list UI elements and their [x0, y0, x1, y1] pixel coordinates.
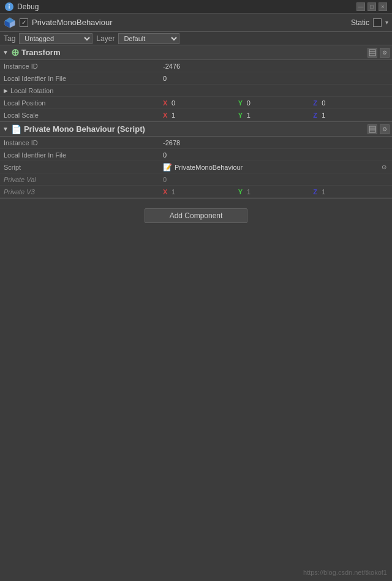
script-value-container: 📝 PrivateMonoBehaviour ⊙: [163, 163, 388, 172]
local-scale-z-value: 1: [322, 112, 325, 119]
private-v3-row: Private V3 X 1 Y 1 Z 1: [0, 186, 392, 198]
transform-collapse-arrow[interactable]: ▼: [2, 49, 9, 56]
add-component-area: Add Component: [0, 199, 392, 233]
private-v3-y-value: 1: [247, 188, 251, 196]
local-position-y-value: 0: [247, 99, 251, 107]
transform-instance-id-row: Instance ID -2476: [0, 60, 392, 72]
watermark: https://blog.csdn.net/tkokof1: [303, 569, 387, 576]
unity-cube-icon: [4, 17, 16, 29]
private-v3-fields: X 1 Y 1 Z 1: [163, 188, 388, 196]
layer-label: Layer: [96, 34, 115, 43]
script-settings-button[interactable]: ⚙: [380, 124, 390, 134]
object-name: PrivateMonoBehaviour: [32, 18, 347, 27]
script-collapse-arrow[interactable]: ▼: [2, 126, 9, 132]
script-component: ▼ 📄 Private Mono Behaviour (Script) ⚙ In…: [0, 122, 392, 199]
script-ref-button[interactable]: [368, 124, 377, 134]
script-instance-id-row: Instance ID -2678: [0, 137, 392, 149]
add-component-button[interactable]: Add Component: [145, 208, 248, 223]
local-scale-row: Local Scale X 1 Y 1 Z 1: [0, 109, 392, 121]
script-field-settings-button[interactable]: ⊙: [380, 163, 388, 172]
local-rotation-label: Local Rotation: [10, 87, 53, 94]
tag-label: Tag: [4, 34, 15, 43]
transform-settings-button[interactable]: ⚙: [380, 48, 390, 58]
transform-title: Transform: [21, 48, 365, 57]
script-instance-id-value: -2678: [163, 139, 388, 146]
private-v3-x-value: 1: [172, 188, 175, 196]
local-rotation-arrow: ▶: [4, 88, 8, 94]
private-val-value: 0: [163, 176, 388, 183]
static-checkbox[interactable]: [373, 18, 382, 27]
local-position-row: Local Position X 0 Y 0 Z 0: [0, 97, 392, 109]
script-name-value: PrivateMonoBehaviour: [175, 164, 377, 171]
transform-instance-id-value: -2476: [163, 63, 388, 70]
transform-ref-button[interactable]: [368, 48, 377, 58]
script-field-row: Script 📝 PrivateMonoBehaviour ⊙: [0, 161, 392, 173]
transform-local-identfier-value: 0: [163, 75, 388, 82]
tag-layer-bar: Tag Untagged Layer Default: [0, 32, 392, 45]
transform-local-identfier-row: Local Identfier In File 0: [0, 72, 392, 85]
local-position-label: Local Position: [4, 99, 163, 107]
title-bar-controls[interactable]: — □ ×: [356, 2, 387, 11]
local-scale-x-value: 1: [172, 112, 175, 119]
object-header: ✓ PrivateMonoBehaviour Static ▾: [0, 13, 392, 32]
y-axis-label: Y: [238, 99, 247, 107]
script-header: ▼ 📄 Private Mono Behaviour (Script) ⚙: [0, 122, 392, 137]
transform-local-identfier-label: Local Identfier In File: [4, 75, 163, 82]
tag-dropdown[interactable]: Untagged: [19, 33, 92, 44]
transform-instance-id-label: Instance ID: [4, 63, 163, 70]
private-val-label: Private Val: [4, 176, 163, 183]
script-component-icon: 📄: [11, 124, 21, 134]
layer-dropdown[interactable]: Default: [118, 33, 179, 44]
private-v3-y-field: Y 1: [238, 188, 314, 196]
private-val-row: Private Val 0: [0, 173, 392, 186]
scale-y-axis-label: Y: [238, 112, 247, 119]
private-v3-x-field: X 1: [163, 188, 238, 196]
transform-header: ▼ ⊕ Transform ⚙: [0, 45, 392, 60]
title-bar: i Debug — □ ×: [0, 0, 392, 13]
object-active-checkbox[interactable]: ✓: [20, 18, 28, 27]
maximize-button[interactable]: □: [368, 2, 376, 11]
private-v3-z-field: Z 1: [313, 188, 388, 196]
local-position-x-field: X 0: [163, 99, 238, 107]
local-position-z-value: 0: [322, 99, 325, 107]
local-position-z-field: Z 0: [313, 99, 388, 107]
pv3-x-axis-label: X: [163, 188, 172, 196]
script-title: Private Mono Behaviour (Script): [24, 124, 365, 134]
svg-rect-7: [369, 126, 375, 132]
local-scale-z-field: Z 1: [313, 112, 388, 119]
minimize-button[interactable]: —: [356, 2, 365, 11]
script-instance-id-label: Instance ID: [4, 139, 163, 146]
z-axis-label: Z: [313, 99, 322, 107]
local-rotation-row[interactable]: ▶ Local Rotation: [0, 85, 392, 97]
x-axis-label: X: [163, 99, 172, 107]
local-scale-label: Local Scale: [4, 112, 163, 119]
transform-component: ▼ ⊕ Transform ⚙ Instance ID -2476 Local …: [0, 45, 392, 122]
transform-icon: ⊕: [11, 47, 19, 58]
script-local-identfier-value: 0: [163, 151, 388, 159]
pv3-y-axis-label: Y: [238, 188, 247, 196]
script-local-identfier-label: Local Identfier In File: [4, 151, 163, 159]
local-position-fields: X 0 Y 0 Z 0: [163, 99, 388, 107]
private-v3-label: Private V3: [4, 188, 163, 196]
local-scale-x-field: X 1: [163, 112, 238, 119]
close-button[interactable]: ×: [379, 2, 387, 11]
cs-file-icon: 📝: [163, 163, 172, 172]
script-field-label: Script: [4, 164, 163, 171]
local-scale-fields: X 1 Y 1 Z 1: [163, 112, 388, 119]
local-position-x-value: 0: [172, 99, 175, 107]
title-bar-text: Debug: [17, 2, 39, 11]
scale-x-axis-label: X: [163, 112, 172, 119]
local-scale-y-value: 1: [247, 112, 251, 119]
scale-z-axis-label: Z: [313, 112, 322, 119]
local-position-y-field: Y 0: [238, 99, 314, 107]
pv3-z-axis-label: Z: [313, 188, 322, 196]
private-v3-z-value: 1: [322, 188, 325, 196]
script-local-identfier-row: Local Identfier In File 0: [0, 149, 392, 161]
local-scale-y-field: Y 1: [238, 112, 314, 119]
static-label: Static: [351, 18, 369, 27]
static-dropdown-arrow[interactable]: ▾: [385, 19, 388, 26]
svg-rect-4: [369, 50, 375, 56]
debug-icon: i: [5, 2, 13, 11]
